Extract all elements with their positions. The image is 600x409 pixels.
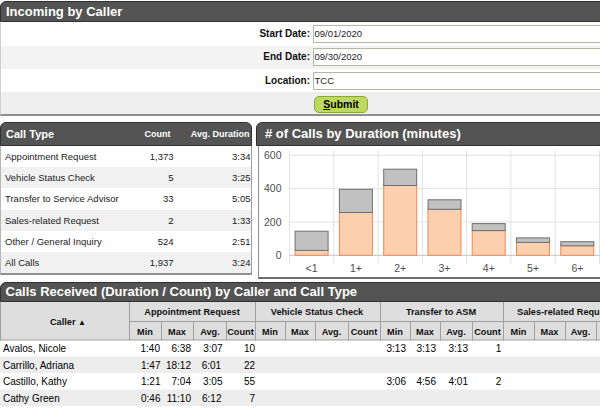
svg-text:Vehicle Status Check: Vehicle Status Check <box>271 307 364 317</box>
svg-text:18:12: 18:12 <box>166 360 191 371</box>
svg-text:400: 400 <box>264 182 282 194</box>
svg-text:55: 55 <box>244 376 256 387</box>
svg-text:Sales-related Request: Sales-related Request <box>517 307 600 317</box>
svg-text:Carrillo, Adriana: Carrillo, Adriana <box>3 360 75 371</box>
svg-text:Avalos, Nicole: Avalos, Nicole <box>3 343 67 354</box>
svg-text:2+: 2+ <box>394 262 406 274</box>
svg-text:600: 600 <box>264 149 282 161</box>
svg-text:6:01: 6:01 <box>202 360 222 371</box>
svg-text:0:46: 0:46 <box>141 393 161 404</box>
svg-text:11:10: 11:10 <box>167 393 192 404</box>
svg-text:6:38: 6:38 <box>172 343 192 354</box>
svg-text:Count: Count <box>227 327 254 337</box>
svg-text:Max: Max <box>416 327 435 337</box>
svg-text:3:13: 3:13 <box>417 343 437 354</box>
svg-text:Avg.: Avg. <box>446 327 466 337</box>
svg-text:Appointment Request: Appointment Request <box>144 307 239 317</box>
svg-text:1:40: 1:40 <box>141 343 161 354</box>
svg-text:1:21: 1:21 <box>141 376 161 387</box>
svg-text:Avg.: Avg. <box>322 327 342 337</box>
svg-text:7: 7 <box>249 393 255 404</box>
svg-text:Max: Max <box>168 327 187 337</box>
svg-text:Transfer to ASM: Transfer to ASM <box>406 307 476 317</box>
svg-text:1: 1 <box>496 343 502 354</box>
svg-text:3:05: 3:05 <box>203 376 223 387</box>
svg-text:Min: Min <box>387 327 403 337</box>
svg-text:Cathy Green: Cathy Green <box>3 393 60 404</box>
svg-text:<1: <1 <box>306 262 318 274</box>
svg-text:5+: 5+ <box>527 262 539 274</box>
svg-text:4+: 4+ <box>483 262 495 274</box>
svg-text:22: 22 <box>244 360 256 371</box>
svg-text:Avg.: Avg. <box>571 327 591 337</box>
svg-text:Count: Count <box>351 327 378 337</box>
svg-text:Min: Min <box>262 327 278 337</box>
svg-text:3+: 3+ <box>439 262 451 274</box>
svg-text:0: 0 <box>276 249 282 261</box>
svg-text:3:07: 3:07 <box>203 343 223 354</box>
svg-text:4:56: 4:56 <box>417 376 437 387</box>
svg-text:Max: Max <box>291 327 310 337</box>
svg-text:Avg.: Avg. <box>200 327 220 337</box>
svg-text:2: 2 <box>496 376 502 387</box>
svg-text:4:01: 4:01 <box>449 376 469 387</box>
svg-text:3:06: 3:06 <box>387 376 407 387</box>
svg-text:Castillo, Kathy: Castillo, Kathy <box>3 376 67 387</box>
svg-text:3:13: 3:13 <box>449 343 469 354</box>
svg-text:Min: Min <box>137 327 153 337</box>
svg-text:6:12: 6:12 <box>202 393 222 404</box>
svg-text:6+: 6+ <box>571 262 583 274</box>
svg-text:Min: Min <box>511 327 527 337</box>
svg-text:10: 10 <box>244 343 256 354</box>
svg-text:Caller ▲: Caller ▲ <box>50 317 86 327</box>
svg-text:1+: 1+ <box>350 262 362 274</box>
svg-text:200: 200 <box>264 216 282 228</box>
svg-text:Count: Count <box>474 327 501 337</box>
svg-text:7:04: 7:04 <box>172 376 192 387</box>
svg-text:1:47: 1:47 <box>141 360 161 371</box>
svg-text:Max: Max <box>541 327 560 337</box>
svg-text:3:13: 3:13 <box>387 343 407 354</box>
